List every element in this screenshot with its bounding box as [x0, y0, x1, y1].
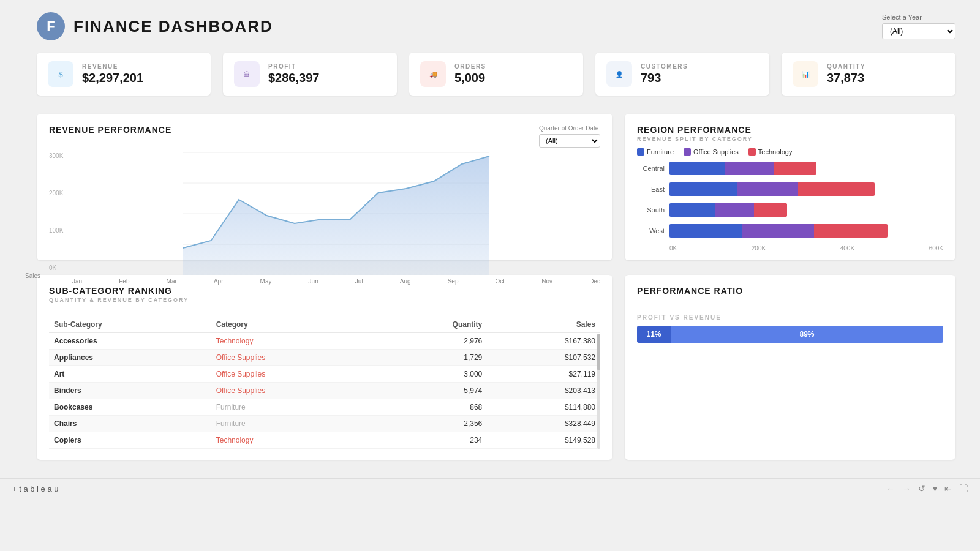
- x-label-may: May: [260, 278, 272, 285]
- kpi-value-orders: 5,009: [454, 71, 486, 85]
- tableau-logo-text: + t a b l e a u: [12, 484, 59, 493]
- cell-subcategory: Accessories: [49, 333, 211, 350]
- cell-quantity: 2,976: [376, 333, 487, 350]
- legend-label-furniture: Furniture: [647, 148, 674, 156]
- kpi-value-customers: 793: [641, 71, 688, 85]
- table-row: Copiers Technology 234 $149,528: [49, 432, 600, 449]
- ratio-label: PROFIT vs REVENUE: [637, 314, 943, 321]
- table-row: Appliances Office Supplies 1,729 $107,53…: [49, 350, 600, 366]
- kpi-label-orders: ORDERS: [454, 63, 486, 70]
- kpi-label-profit: PROFIT: [268, 63, 319, 70]
- x-tick-0k: 0K: [669, 245, 677, 252]
- cell-sales: $27,119: [487, 366, 600, 383]
- region-bar-south: [669, 203, 787, 217]
- nav-back2-icon[interactable]: ⇤: [944, 484, 952, 493]
- dashboard: F FINANCE DASHBOARD Select a Year (All) …: [0, 0, 980, 551]
- bar-south-office: [715, 203, 754, 217]
- header-row: F FINANCE DASHBOARD Select a Year (All) …: [37, 12, 956, 40]
- cell-quantity: 1,729: [376, 350, 487, 366]
- col-header-category: Category: [211, 317, 377, 333]
- data-table: Sub-Category Category Quantity Sales Acc…: [49, 317, 600, 449]
- bar-central-tech: [774, 162, 816, 175]
- footer: + t a b l e a u ← → ↺ ▾ ⇤ ⛶: [0, 478, 980, 498]
- bar-east-tech: [798, 182, 875, 196]
- region-row-south: South: [637, 203, 943, 217]
- bar-central-office: [725, 162, 774, 175]
- legend-dot-tech: [748, 148, 756, 156]
- quarter-label: Quarter of Order Date: [539, 125, 598, 132]
- region-bar-east: [669, 182, 875, 196]
- scroll-thumb: [597, 334, 600, 370]
- region-chart-subtitle: REVENUE SPLIT BY CATEGORY: [637, 136, 943, 142]
- cell-category: Technology: [211, 432, 377, 449]
- y-axis-label: Sales: [25, 272, 40, 279]
- x-label-feb: Feb: [119, 278, 129, 285]
- x-label-apr: Apr: [214, 278, 224, 285]
- svg-text:🏛: 🏛: [244, 71, 250, 78]
- charts-row: REVENUE PERFORMANCE Quarter of Order Dat…: [37, 114, 956, 260]
- kpi-card-customers: 👤 CUSTOMERS 793: [595, 53, 769, 96]
- kpi-row: $ REVENUE $2,297,201 🏛 PROFIT $286,397: [37, 53, 956, 96]
- x-label-jun: Jun: [309, 278, 318, 285]
- cell-category: Office Supplies: [211, 350, 377, 366]
- cell-quantity: 3,000: [376, 366, 487, 383]
- y-tick-100k: 100K: [49, 227, 69, 234]
- x-label-oct: Oct: [496, 278, 505, 285]
- kpi-value-quantity: 37,873: [827, 71, 865, 85]
- nav-forward-icon[interactable]: →: [902, 484, 911, 493]
- x-label-dec: Dec: [589, 278, 600, 285]
- nav-fullscreen-icon[interactable]: ⛶: [959, 484, 968, 493]
- kpi-card-orders: 🚚 ORDERS 5,009: [409, 53, 583, 96]
- customers-icon: 👤: [606, 61, 632, 87]
- region-label-west: West: [637, 227, 665, 234]
- kpi-label-customers: CUSTOMERS: [641, 63, 688, 70]
- kpi-value-revenue: $2,297,201: [82, 71, 143, 85]
- subcategory-title: SUB-CATEGORY RANKING: [49, 286, 600, 296]
- cell-quantity: 2,356: [376, 416, 487, 432]
- bar-west-tech: [814, 224, 888, 238]
- nav-download-icon[interactable]: ▾: [933, 484, 937, 493]
- revenue-chart-title-block: REVENUE PERFORMANCE: [49, 125, 172, 136]
- cell-category: Office Supplies: [211, 383, 377, 399]
- ratio-title: PERFORMANCE RATIO: [637, 286, 943, 296]
- region-row-central: Central: [637, 162, 943, 175]
- svg-text:🚚: 🚚: [429, 70, 437, 78]
- cell-subcategory: Appliances: [49, 350, 211, 366]
- legend-office: Office Supplies: [684, 148, 739, 156]
- kpi-card-revenue: $ REVENUE $2,297,201: [37, 53, 211, 96]
- col-header-sales: Sales: [487, 317, 600, 333]
- performance-ratio-panel: PERFORMANCE RATIO PROFIT vs REVENUE 11% …: [625, 275, 956, 460]
- cell-quantity: 5,974: [376, 383, 487, 399]
- region-row-west: West: [637, 224, 943, 238]
- bar-south-tech: [754, 203, 787, 217]
- quarter-select[interactable]: (All) Q1 Q2 Q3 Q4: [539, 134, 600, 148]
- kpi-info-orders: ORDERS 5,009: [454, 63, 486, 85]
- bar-east-furniture: [669, 182, 737, 196]
- x-tick-200k: 200K: [752, 245, 766, 252]
- cell-sales: $328,449: [487, 416, 600, 432]
- nav-refresh-icon[interactable]: ↺: [918, 484, 925, 493]
- col-header-quantity: Quantity: [376, 317, 487, 333]
- nav-icons: ← → ↺ ▾ ⇤ ⛶: [886, 484, 968, 493]
- legend-label-tech: Technology: [758, 148, 793, 156]
- svg-text:$: $: [58, 70, 62, 79]
- region-label-east: East: [637, 186, 665, 193]
- x-label-nov: Nov: [541, 278, 552, 285]
- bottom-row: SUB-CATEGORY RANKING QUANTITY & REVENUE …: [37, 275, 956, 460]
- kpi-card-quantity: 📊 QUANTITY 37,873: [782, 53, 956, 96]
- kpi-label-quantity: QUANTITY: [827, 63, 865, 70]
- year-select[interactable]: (All) 2020 2021 2022 2023: [882, 23, 956, 39]
- cell-subcategory: Bookcases: [49, 399, 211, 416]
- svg-marker-15: [183, 156, 489, 275]
- profit-icon: 🏛: [234, 61, 260, 87]
- bar-central-furniture: [669, 162, 725, 175]
- kpi-label-revenue: REVENUE: [82, 63, 143, 70]
- nav-back-icon[interactable]: ←: [886, 484, 895, 493]
- legend-dot-furniture: [637, 148, 644, 156]
- tableau-logo: + t a b l e a u: [12, 484, 59, 493]
- legend-label-office: Office Supplies: [693, 148, 739, 156]
- quantity-icon: 📊: [793, 61, 818, 87]
- region-chart-title: REGION PERFORMANCE: [637, 125, 943, 135]
- region-label-south: South: [637, 206, 665, 214]
- cell-sales: $114,880: [487, 399, 600, 416]
